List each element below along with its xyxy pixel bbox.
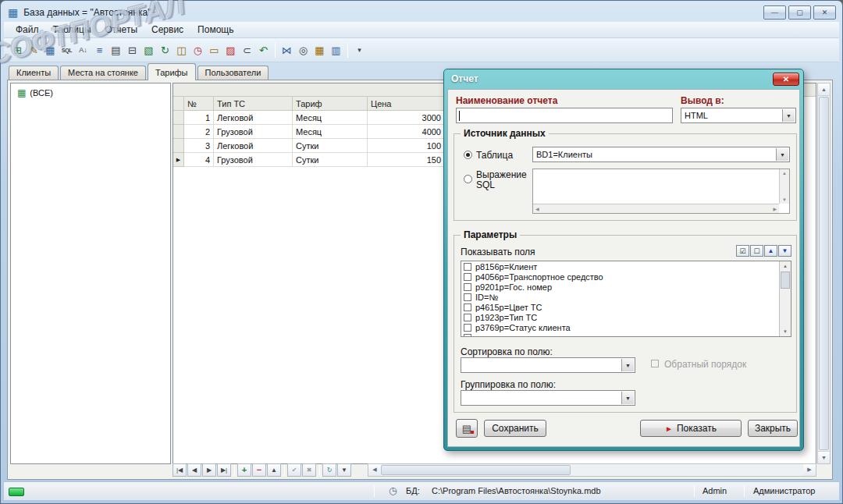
- list-item[interactable]: p3769p=Статус клиента: [461, 322, 791, 332]
- post-edit-button[interactable]: ✔: [287, 463, 301, 477]
- relations-icon[interactable]: ⋈: [279, 41, 295, 59]
- fields-icon[interactable]: ≡: [91, 41, 108, 59]
- dialog-title-bar[interactable]: Отчет: [444, 69, 803, 88]
- refresh-icon[interactable]: ↻: [157, 41, 173, 59]
- chevron-down-icon[interactable]: ▼: [776, 148, 788, 161]
- list-item[interactable]: p4615p=Цвет ТС: [461, 302, 791, 312]
- attachment-icon[interactable]: ⊂: [239, 41, 255, 59]
- list-item[interactable]: p4056p=Транспортное средство: [461, 272, 791, 282]
- payment-icon[interactable]: ▭: [206, 41, 222, 59]
- chart-icon[interactable]: ▥: [328, 41, 344, 59]
- tab-clients[interactable]: Клиенты: [9, 66, 59, 80]
- table-select[interactable]: BD1=Клиенты ▼: [532, 147, 790, 162]
- chevron-down-icon[interactable]: ▼: [782, 109, 795, 122]
- save-button[interactable]: Сохранить: [484, 420, 546, 437]
- prev-record-button[interactable]: ◀: [187, 463, 201, 477]
- checkbox[interactable]: [464, 303, 471, 311]
- menu-tables[interactable]: Таблицы: [46, 23, 98, 37]
- col-header-type[interactable]: Тип ТС: [214, 97, 293, 111]
- scroll-down-icon[interactable]: ▼: [782, 197, 787, 202]
- sql-radio-label[interactable]: Выражение SQL: [476, 170, 526, 190]
- title-bar[interactable]: ▦ База данных = "Автостоянка": [4, 4, 839, 21]
- edit-record-button[interactable]: ▲: [267, 463, 281, 477]
- group-select[interactable]: ▼: [461, 390, 635, 406]
- tab-tariffs[interactable]: Тарифы: [148, 63, 196, 80]
- table-radio-label[interactable]: Таблица: [476, 150, 513, 161]
- sql-textarea[interactable]: ▲ ▼ ◀ ▶: [532, 169, 790, 214]
- tab-parking-places[interactable]: Места на стоянке: [60, 66, 146, 80]
- list-item[interactable]: p8156p=Клиент: [461, 261, 791, 272]
- checkbox[interactable]: [464, 334, 471, 338]
- first-record-button[interactable]: |◀: [173, 463, 187, 477]
- move-up-button[interactable]: ▲: [764, 245, 777, 257]
- sql-hscrollbar[interactable]: ◀ ▶: [533, 204, 779, 213]
- print-icon[interactable]: ⊟: [124, 41, 140, 59]
- list-item[interactable]: p1923p=Тип ТС: [461, 312, 791, 322]
- scroll-down-icon[interactable]: ▼: [818, 451, 830, 463]
- horizontal-scrollbar[interactable]: ◀ ▶: [368, 463, 816, 477]
- tab-users[interactable]: Пользователи: [197, 66, 269, 80]
- menu-help[interactable]: Помощь: [190, 23, 240, 37]
- edit-record-icon[interactable]: ✎: [26, 41, 42, 59]
- scroll-right-icon[interactable]: ▶: [803, 464, 816, 476]
- hscroll-track[interactable]: [381, 464, 803, 476]
- vscroll-thumb[interactable]: [819, 97, 829, 450]
- checkbox[interactable]: [464, 324, 471, 332]
- col-header-tariff[interactable]: Тариф: [293, 97, 368, 111]
- checkbox[interactable]: [464, 314, 471, 321]
- add-record-icon[interactable]: ⊞: [9, 41, 26, 59]
- scroll-up-icon[interactable]: ▲: [818, 83, 830, 96]
- scroll-right-icon[interactable]: ▶: [773, 206, 777, 211]
- refresh-records-button[interactable]: ↻: [322, 463, 336, 477]
- menu-file[interactable]: Файл: [9, 23, 46, 37]
- hscroll-thumb[interactable]: [381, 465, 571, 475]
- show-button[interactable]: ► Показать: [640, 420, 742, 437]
- sort-icon[interactable]: A↓: [75, 41, 91, 59]
- menu-service[interactable]: Сервис: [144, 23, 190, 37]
- uncheck-all-button[interactable]: ☐: [750, 245, 763, 257]
- chevron-down-icon[interactable]: ▼: [621, 392, 634, 404]
- checkbox[interactable]: [464, 283, 471, 291]
- chevron-down-icon[interactable]: ▼: [621, 359, 634, 371]
- scrollbar-thumb[interactable]: [781, 272, 790, 289]
- scroll-up-icon[interactable]: ▲: [782, 171, 787, 176]
- list-item[interactable]: p9201p=Гос. номер: [461, 282, 791, 292]
- toolbar-more-icon[interactable]: ▾: [351, 41, 368, 59]
- find-icon[interactable]: ◎: [295, 41, 311, 59]
- sql-icon[interactable]: SQL: [59, 41, 75, 59]
- scroll-down-icon[interactable]: ▼: [783, 329, 788, 334]
- fields-scrollbar[interactable]: ▲ ▼: [779, 261, 791, 336]
- move-down-button[interactable]: ▼: [778, 245, 791, 257]
- scroll-left-icon[interactable]: ◀: [368, 464, 381, 476]
- dialog-close-button[interactable]: ✕: [773, 73, 799, 86]
- next-record-button[interactable]: ▶: [202, 463, 216, 477]
- undo-icon[interactable]: ↶: [255, 41, 272, 59]
- sql-vscrollbar[interactable]: ▲ ▼: [779, 169, 789, 204]
- checkbox[interactable]: [464, 273, 471, 281]
- add-record-button[interactable]: +: [237, 463, 251, 477]
- scroll-up-icon[interactable]: ▲: [783, 264, 788, 268]
- output-select[interactable]: HTML ▼: [681, 108, 796, 123]
- export-icon[interactable]: ▧: [140, 41, 157, 59]
- history-icon[interactable]: ◷: [190, 41, 206, 59]
- last-record-button[interactable]: ▶|: [217, 463, 231, 477]
- sql-radio[interactable]: [464, 175, 472, 183]
- clipboard-icon[interactable]: ◫: [173, 41, 190, 59]
- checkbox[interactable]: [464, 293, 471, 301]
- list-item[interactable]: ID=№: [461, 292, 791, 302]
- dialog-close-action-button[interactable]: Закрыть: [748, 420, 798, 437]
- table-radio[interactable]: [464, 151, 472, 159]
- menu-reports[interactable]: Отчеты: [98, 23, 144, 37]
- report-template-button[interactable]: ▤: [456, 419, 478, 438]
- check-all-button[interactable]: ☑: [736, 245, 749, 257]
- minimize-button[interactable]: —: [763, 5, 786, 20]
- delete-chart-icon[interactable]: ▨: [222, 41, 239, 59]
- col-header-num[interactable]: №: [184, 97, 214, 111]
- tree-node-all[interactable]: ▦ (ВСЕ): [11, 83, 170, 98]
- vertical-scrollbar[interactable]: ▲ ▼: [817, 83, 831, 464]
- report-name-input[interactable]: [456, 108, 673, 123]
- close-button[interactable]: ✕: [813, 5, 836, 20]
- summary-icon[interactable]: ▦: [311, 41, 328, 59]
- filter-button[interactable]: ▼: [337, 463, 351, 477]
- fields-list[interactable]: p8156p=Клиент p4056p=Транспортное средст…: [461, 261, 791, 337]
